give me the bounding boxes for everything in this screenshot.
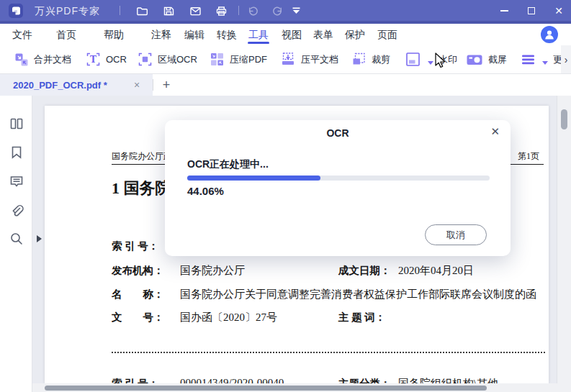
flatten-document-icon	[280, 52, 296, 67]
menu-convert[interactable]: 转换	[217, 24, 237, 45]
cancel-button[interactable]: 取消	[425, 224, 487, 245]
tabbar: 2020_PDF_OCR.pdf * × +	[0, 74, 571, 96]
area-ocr-icon	[138, 52, 153, 67]
ocr-status-text: OCR正在处理中...	[187, 158, 269, 171]
more-lines-icon	[521, 53, 536, 66]
comments-icon	[9, 173, 24, 189]
tool-watermark[interactable]: 水印	[405, 45, 457, 73]
menu-file[interactable]: 文件	[12, 24, 32, 45]
tab-separator	[153, 79, 153, 91]
menubar: 文件 首页 帮助 注释 编辑 转换 工具 视图 表单 保护 页面	[0, 24, 571, 45]
app-logo-icon	[9, 4, 23, 18]
dropdown-caret-icon	[542, 61, 548, 65]
print-button[interactable]	[215, 4, 228, 17]
search-panel-button[interactable]	[9, 231, 24, 247]
left-sidebar	[0, 96, 32, 392]
redo-button[interactable]	[271, 4, 284, 17]
horizontal-scrollbar[interactable]	[32, 383, 571, 392]
menu-comment[interactable]: 注释	[151, 24, 171, 45]
bookmarks-icon	[9, 145, 24, 160]
attachments-panel-button[interactable]	[9, 204, 24, 219]
mail-icon	[189, 5, 202, 17]
tool-label: 压平文档	[301, 53, 338, 66]
ocr-icon: T	[86, 52, 101, 67]
minimize-button[interactable]	[492, 0, 516, 21]
dropdown-caret-icon	[428, 61, 433, 65]
doc-field-row: 索 引 号： 000014349/2020-00040 主题分类： 国务院组织机…	[45, 377, 549, 383]
tool-merge-documents[interactable]: 合并文档	[14, 45, 71, 73]
tool-ocr[interactable]: T OCR	[86, 45, 127, 73]
doc-field-row: 发布机构： 国务院办公厅 成文日期： 2020年04月20日	[45, 264, 549, 278]
expand-left-panel-handle[interactable]	[37, 235, 42, 242]
menu-home[interactable]: 首页	[56, 24, 76, 45]
menu-protect[interactable]: 保护	[345, 24, 365, 45]
redo-icon	[271, 5, 284, 17]
app-title: 万兴PDF专家	[35, 5, 100, 18]
doc-field-row: 名 称： 国务院办公厅关于同意调整完善消费者权益保护工作部际联席会议制度的函	[45, 288, 549, 302]
doc-heading: 1 国务院	[112, 178, 171, 199]
mouse-cursor	[433, 52, 447, 73]
progress-bar-track	[187, 176, 490, 181]
maximize-button[interactable]	[519, 0, 544, 21]
user-avatar[interactable]	[541, 26, 558, 43]
crop-icon	[351, 52, 367, 67]
print-icon	[215, 5, 228, 17]
titlebar-separator	[120, 6, 120, 15]
close-window-button[interactable]: ✕	[547, 0, 571, 21]
comments-panel-button[interactable]	[9, 173, 24, 189]
tab-title: 2020_PDF_OCR.pdf *	[13, 80, 107, 91]
overflow-chevron-icon: ›	[565, 54, 568, 65]
screenshot-icon	[466, 52, 483, 67]
menu-help[interactable]: 帮助	[104, 24, 124, 45]
document-tab[interactable]: 2020_PDF_OCR.pdf * ×	[0, 74, 153, 96]
thumbnails-panel-button[interactable]	[9, 116, 24, 132]
active-menu-underline	[248, 42, 269, 44]
bookmarks-panel-button[interactable]	[9, 145, 24, 160]
horizontal-scrollbar-thumb[interactable]	[45, 386, 487, 391]
doc-header-left: 国务院办公厅政	[112, 150, 172, 163]
menu-view[interactable]: 视图	[282, 24, 302, 45]
open-folder-button[interactable]	[135, 4, 148, 17]
tool-label: OCR	[106, 54, 127, 65]
progress-percent: 44.06%	[187, 185, 224, 197]
tab-close-icon[interactable]: ×	[134, 79, 140, 91]
tool-compress-pdf[interactable]: 压缩PDF	[210, 45, 267, 73]
menu-form[interactable]: 表单	[313, 24, 333, 45]
titlebar: 万兴PDF专家	[0, 0, 571, 24]
merge-documents-icon	[14, 53, 29, 67]
tool-label: 截屏	[488, 53, 507, 66]
save-button[interactable]	[162, 4, 175, 17]
undo-button[interactable]	[246, 4, 259, 17]
doc-dotted-divider	[112, 352, 545, 353]
save-icon	[163, 5, 175, 17]
tool-crop[interactable]: 裁剪	[351, 45, 390, 73]
tool-flatten-document[interactable]: 压平文档	[280, 45, 338, 73]
mail-button[interactable]	[189, 4, 202, 17]
attachments-icon	[9, 204, 24, 219]
cancel-button-label: 取消	[446, 229, 465, 242]
doc-page-number: 第1页	[518, 150, 539, 163]
titlebar-separator	[238, 6, 239, 15]
new-tab-button[interactable]: +	[157, 74, 176, 96]
tool-label: 区域OCR	[158, 53, 197, 66]
toolbar-overflow-button[interactable]: ›	[561, 45, 571, 73]
collapse-toolbar-button[interactable]	[289, 4, 302, 17]
menu-page[interactable]: 页面	[377, 24, 397, 45]
tool-area-ocr[interactable]: 区域OCR	[138, 45, 197, 73]
svg-text:T: T	[90, 55, 96, 65]
vertical-scrollbar[interactable]	[557, 96, 571, 383]
tool-label: 裁剪	[372, 53, 390, 66]
vertical-scrollbar-thumb[interactable]	[561, 109, 567, 129]
collapse-toolbar-icon	[291, 6, 302, 17]
compress-pdf-icon	[210, 52, 225, 67]
doc-field-row: 文 号： 国办函〔2020〕27号 主 题 词：	[45, 311, 549, 325]
tool-label: 合并文档	[34, 53, 71, 66]
close-icon: ✕	[554, 6, 563, 16]
ocr-dialog: OCR ✕ OCR正在处理中... 44.06% 取消	[165, 120, 511, 256]
dialog-close-icon[interactable]: ✕	[490, 125, 500, 138]
toolbar: 合并文档 T OCR 区域OCR 压	[0, 45, 571, 74]
menu-edit[interactable]: 编辑	[184, 24, 204, 45]
tool-label: 压缩PDF	[230, 53, 267, 66]
watermark-icon	[405, 51, 421, 68]
tool-screenshot[interactable]: 截屏	[466, 45, 507, 73]
